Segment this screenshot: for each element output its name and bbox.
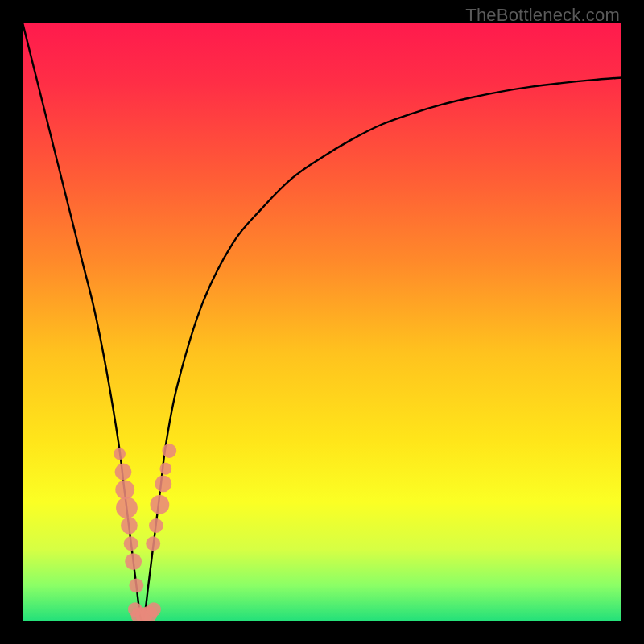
bead xyxy=(150,495,169,514)
outer-frame: TheBottleneck.com xyxy=(0,0,644,644)
bead xyxy=(146,536,160,551)
bead xyxy=(159,463,171,475)
bead xyxy=(149,518,163,533)
plot-area xyxy=(23,23,621,621)
marker-beads xyxy=(114,444,176,621)
bead xyxy=(114,448,126,460)
bead xyxy=(147,602,161,617)
bead xyxy=(129,578,143,592)
bead xyxy=(162,444,176,458)
bead xyxy=(124,536,138,551)
bead xyxy=(116,497,138,518)
bead xyxy=(125,553,142,570)
bead xyxy=(121,518,138,535)
bead xyxy=(115,480,134,499)
bead xyxy=(155,475,171,492)
bottleneck-curve xyxy=(23,23,621,621)
chart-svg xyxy=(23,23,621,621)
bead xyxy=(115,464,132,481)
